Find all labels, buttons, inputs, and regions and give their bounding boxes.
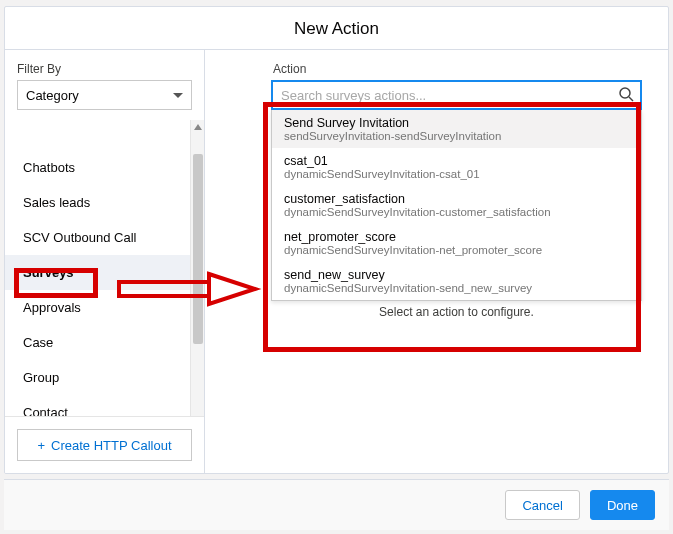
plus-icon: + bbox=[37, 438, 45, 453]
category-item-contact[interactable]: Contact bbox=[5, 395, 204, 416]
annotation-highlight-action-panel bbox=[263, 102, 641, 352]
filter-by-label: Filter By bbox=[17, 62, 192, 76]
modal-footer: Cancel Done bbox=[4, 479, 669, 530]
svg-point-1 bbox=[620, 88, 630, 98]
scroll-up-icon[interactable] bbox=[191, 120, 205, 134]
svg-marker-0 bbox=[194, 124, 202, 130]
filter-by-value: Category bbox=[26, 88, 79, 103]
svg-line-2 bbox=[629, 97, 633, 101]
done-button[interactable]: Done bbox=[590, 490, 655, 520]
action-field-label: Action bbox=[265, 62, 648, 76]
category-item-group[interactable]: Group bbox=[5, 360, 204, 395]
filter-by-select[interactable]: Category bbox=[17, 80, 192, 110]
cancel-button[interactable]: Cancel bbox=[505, 490, 579, 520]
chevron-down-icon bbox=[173, 93, 183, 98]
category-item-case[interactable]: Case bbox=[5, 325, 204, 360]
category-scrollbar[interactable] bbox=[190, 120, 204, 416]
category-item-chatbots[interactable]: Chatbots bbox=[5, 150, 204, 185]
create-http-callout-label: Create HTTP Callout bbox=[51, 438, 171, 453]
scroll-thumb[interactable] bbox=[193, 154, 203, 344]
category-item-sales-leads[interactable]: Sales leads bbox=[5, 185, 204, 220]
annotation-highlight-surveys bbox=[14, 268, 98, 298]
category-item-scv-outbound-call[interactable]: SCV Outbound Call bbox=[5, 220, 204, 255]
new-action-modal: New Action Filter By Category Chatbots S… bbox=[4, 6, 669, 474]
create-http-callout-button[interactable]: + Create HTTP Callout bbox=[17, 429, 192, 461]
modal-title: New Action bbox=[5, 7, 668, 50]
left-pane: Filter By Category Chatbots Sales leads … bbox=[5, 50, 205, 473]
